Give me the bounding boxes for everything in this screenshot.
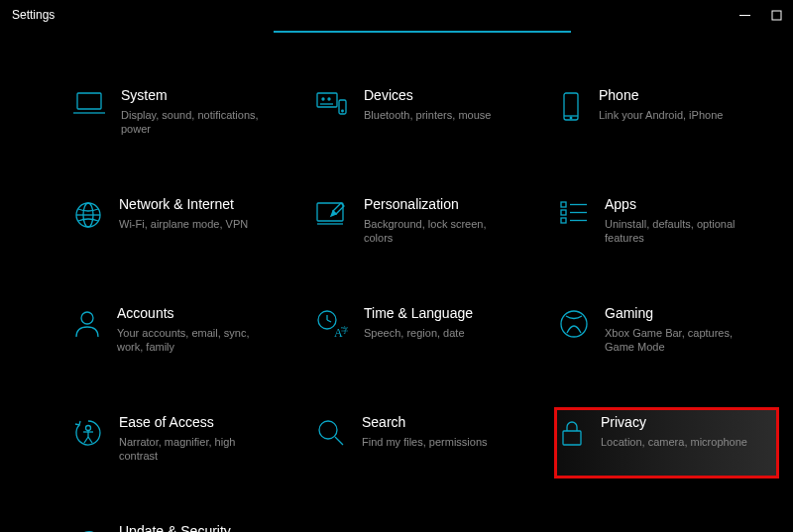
svg-point-24 (81, 312, 93, 324)
svg-line-37 (335, 437, 343, 445)
svg-rect-2 (77, 93, 101, 109)
category-desc: Bluetooth, printers, mouse (364, 108, 491, 123)
svg-point-7 (328, 98, 330, 100)
time-language-icon: A字 (316, 309, 348, 339)
category-network[interactable]: Network & Internet Wi-Fi, airplane mode,… (69, 190, 312, 260)
window-controls (737, 8, 785, 22)
category-time-language[interactable]: A字 Time & Language Speech, region, date (312, 299, 555, 369)
search-input-underline[interactable] (274, 31, 571, 33)
svg-rect-18 (561, 202, 566, 207)
category-desc: Wi-Fi, airplane mode, VPN (119, 217, 248, 232)
category-title: Apps (605, 196, 753, 214)
category-system[interactable]: System Display, sound, notifications, po… (69, 81, 312, 151)
category-title: Personalization (364, 196, 512, 214)
category-search[interactable]: Search Find my files, permissions (312, 408, 555, 478)
category-ease-of-access[interactable]: Ease of Access Narrator, magnifier, high… (69, 408, 312, 478)
svg-point-6 (322, 98, 324, 100)
paintbrush-icon (316, 200, 348, 228)
svg-rect-4 (317, 93, 337, 107)
maximize-button[interactable] (769, 8, 783, 22)
svg-line-27 (327, 320, 331, 322)
category-title: Time & Language (364, 305, 473, 323)
svg-point-12 (570, 117, 572, 119)
svg-point-30 (561, 311, 587, 337)
svg-line-35 (88, 437, 92, 443)
category-phone[interactable]: Phone Link your Android, iPhone (555, 81, 778, 151)
category-gaming[interactable]: Gaming Xbox Game Bar, captures, Game Mod… (555, 299, 778, 369)
svg-point-9 (342, 110, 344, 112)
category-title: Privacy (601, 414, 747, 432)
phone-icon (559, 91, 583, 123)
svg-line-34 (84, 437, 88, 443)
update-sync-icon (73, 527, 103, 532)
category-desc: Xbox Game Bar, captures, Game Mode (605, 326, 753, 356)
svg-rect-38 (563, 431, 581, 445)
category-desc: Your accounts, email, sync, work, family (117, 326, 266, 356)
category-desc: Display, sound, notifications, power (121, 108, 270, 138)
category-desc: Link your Android, iPhone (599, 108, 723, 123)
category-title: Accounts (117, 305, 266, 323)
category-title: Ease of Access (119, 414, 268, 432)
ease-of-access-icon (73, 418, 103, 448)
category-title: System (121, 87, 270, 105)
category-personalization[interactable]: Personalization Background, lock screen,… (312, 190, 555, 260)
category-desc: Narrator, magnifier, high contrast (119, 435, 268, 465)
category-privacy[interactable]: Privacy Location, camera, microphone (555, 408, 778, 478)
category-title: Phone (599, 87, 723, 105)
category-desc: Location, camera, microphone (601, 435, 747, 450)
category-title: Network & Internet (119, 196, 248, 214)
globe-icon (73, 200, 103, 230)
category-title: Update & Security (119, 523, 268, 532)
category-title: Gaming (605, 305, 753, 323)
svg-rect-1 (772, 11, 781, 20)
minimize-button[interactable] (737, 8, 751, 22)
person-icon (73, 309, 101, 339)
category-apps[interactable]: Apps Uninstall, defaults, optional featu… (555, 190, 778, 260)
svg-text:字: 字 (341, 326, 348, 335)
category-desc: Find my files, permissions (362, 435, 488, 450)
category-desc: Background, lock screen, colors (364, 217, 512, 247)
category-desc: Speech, region, date (364, 326, 473, 341)
svg-rect-20 (561, 210, 566, 215)
category-title: Search (362, 414, 488, 432)
category-title: Devices (364, 87, 491, 105)
svg-point-36 (319, 421, 337, 439)
search-icon (316, 418, 346, 448)
category-devices[interactable]: Devices Bluetooth, printers, mouse (312, 81, 555, 151)
devices-icon (316, 91, 348, 119)
svg-rect-22 (561, 218, 566, 223)
window-title: Settings (8, 8, 55, 22)
category-accounts[interactable]: Accounts Your accounts, email, sync, wor… (69, 299, 312, 369)
category-update-security[interactable]: Update & Security Windows Update, recove… (69, 517, 312, 532)
category-desc: Uninstall, defaults, optional features (605, 217, 753, 247)
xbox-icon (559, 309, 589, 339)
lock-icon (559, 418, 585, 448)
window-titlebar: Settings (0, 0, 793, 30)
apps-list-icon (559, 200, 589, 226)
svg-point-31 (86, 426, 91, 431)
settings-categories-grid: System Display, sound, notifications, po… (69, 81, 773, 532)
laptop-icon (73, 91, 105, 117)
